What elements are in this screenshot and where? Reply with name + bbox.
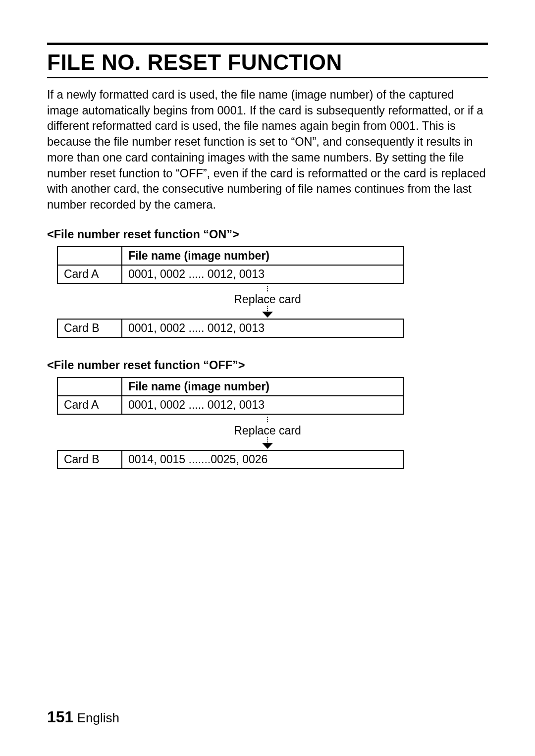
table-header-filename: File name (image number) bbox=[122, 247, 403, 265]
cell-card-a-value: 0001, 0002 ..... 0012, 0013 bbox=[122, 396, 403, 414]
table-row: Card B 0001, 0002 ..... 0012, 0013 bbox=[57, 319, 403, 337]
table-off-top: File name (image number) Card A 0001, 00… bbox=[57, 377, 404, 415]
cell-card-a-value: 0001, 0002 ..... 0012, 0013 bbox=[122, 265, 403, 283]
cell-card-b-value: 0014, 0015 .......0025, 0026 bbox=[122, 450, 403, 469]
svg-marker-0 bbox=[262, 312, 273, 318]
table-header-filename: File name (image number) bbox=[122, 378, 403, 396]
section-off-label: <File number reset function “OFF”> bbox=[47, 359, 488, 372]
cell-card-a-label: Card A bbox=[57, 265, 122, 283]
table-row: File name (image number) bbox=[57, 378, 403, 396]
vertical-dots-icon: ⁝ bbox=[47, 286, 488, 292]
manual-page: FILE NO. RESET FUNCTION If a newly forma… bbox=[0, 0, 535, 756]
svg-marker-1 bbox=[262, 443, 273, 449]
arrow-down-icon bbox=[262, 443, 273, 449]
arrow-down-icon bbox=[262, 312, 273, 318]
table-header-blank bbox=[57, 247, 122, 265]
table-on-top: File name (image number) Card A 0001, 00… bbox=[57, 246, 404, 284]
title-rule-bottom bbox=[47, 77, 488, 78]
title-rule-top bbox=[47, 43, 488, 45]
table-off-bottom: Card B 0014, 0015 .......0025, 0026 bbox=[57, 450, 404, 469]
table-on-bottom: Card B 0001, 0002 ..... 0012, 0013 bbox=[57, 319, 404, 338]
table-row: Card A 0001, 0002 ..... 0012, 0013 bbox=[57, 265, 403, 283]
page-title: FILE NO. RESET FUNCTION bbox=[47, 50, 488, 75]
table-row: Card A 0001, 0002 ..... 0012, 0013 bbox=[57, 396, 403, 414]
footer-language: English bbox=[77, 710, 119, 725]
body-paragraph: If a newly formatted card is used, the f… bbox=[47, 87, 488, 213]
vertical-dots-icon: ⁝ bbox=[47, 417, 488, 423]
table-row: File name (image number) bbox=[57, 247, 403, 265]
cell-card-b-label: Card B bbox=[57, 450, 122, 469]
page-footer: 151 English bbox=[47, 708, 119, 726]
transition-off: ⁝ Replace card ⁝ bbox=[47, 417, 488, 448]
table-row: Card B 0014, 0015 .......0025, 0026 bbox=[57, 450, 403, 469]
page-number: 151 bbox=[47, 708, 73, 726]
cell-card-b-label: Card B bbox=[57, 319, 122, 337]
table-header-blank bbox=[57, 378, 122, 396]
transition-on: ⁝ Replace card ⁝ bbox=[47, 286, 488, 318]
section-on-label: <File number reset function “ON”> bbox=[47, 228, 488, 241]
cell-card-a-label: Card A bbox=[57, 396, 122, 414]
cell-card-b-value: 0001, 0002 ..... 0012, 0013 bbox=[122, 319, 403, 337]
vertical-dots-icon: ⁝ bbox=[47, 306, 488, 312]
vertical-dots-icon: ⁝ bbox=[47, 437, 488, 443]
